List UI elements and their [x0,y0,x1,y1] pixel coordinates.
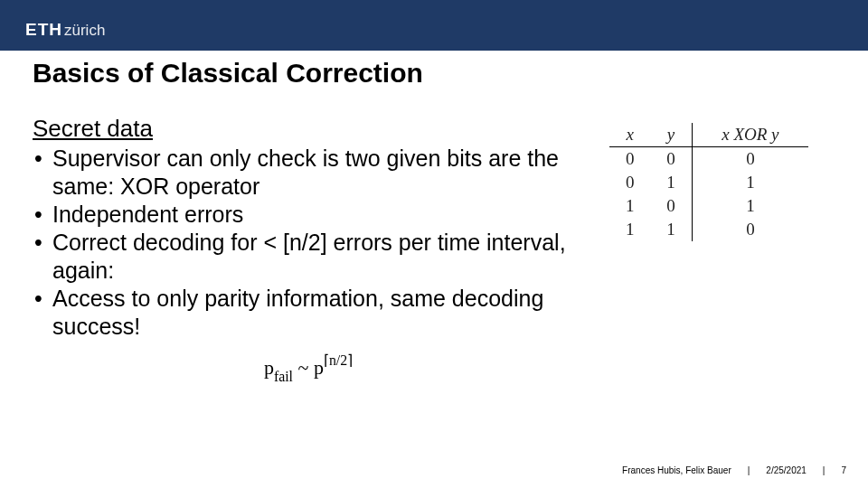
slide-footer: Frances Hubis, Felix Bauer | 2/25/2021 |… [622,465,846,475]
formula: pfail ~ p⌈n/2⌉ [33,353,584,383]
cell: 0 [650,194,692,218]
table-row: 0 1 1 [609,171,808,194]
col-x: x [609,123,650,147]
cell: 1 [692,194,808,218]
list-item: Correct decoding for < [n/2] errors per … [33,229,584,285]
logo-light: zürich [64,22,105,40]
eth-logo: ETH zürich [25,20,105,40]
cell: 0 [650,147,692,172]
cell: 0 [692,147,808,172]
bullet-list: Supervisor can only check is two given b… [33,145,584,341]
list-item: Access to only parity information, same … [33,285,584,341]
formula-exp: ⌈n/2⌉ [324,352,353,368]
table-row: 1 0 1 [609,194,808,218]
slide-title: Basics of Classical Correction [0,51,868,89]
formula-p2: p [314,357,324,380]
logo-bold: ETH [25,20,62,40]
cell: 0 [692,218,808,241]
footer-sep-2: | [823,465,826,475]
cell: 1 [692,171,808,194]
formula-tilde: ~ [293,357,314,380]
table-row: 1 1 0 [609,218,808,241]
cell: 1 [650,218,692,241]
cell: 1 [609,218,650,241]
xor-table: x y x XOR y 0 0 0 0 1 1 1 0 [609,123,808,241]
section-subhead: Secret data [33,114,584,143]
formula-sub: fail [274,369,293,384]
table-header-row: x y x XOR y [609,123,808,147]
footer-authors: Frances Hubis, Felix Bauer [622,465,731,475]
header-bar: ETH zürich [0,0,868,51]
cell: 1 [609,194,650,218]
text-column: Secret data Supervisor can only check is… [33,114,584,384]
xor-table-column: x y x XOR y 0 0 0 0 1 1 1 0 [609,114,808,241]
footer-date: 2/25/2021 [766,465,807,475]
col-y: y [650,123,692,147]
footer-page: 7 [841,465,846,475]
footer-sep-1: | [748,465,750,475]
cell: 0 [609,171,650,194]
content-wrap: Secret data Supervisor can only check is… [0,89,868,384]
cell: 1 [650,171,692,194]
list-item: Independent errors [33,201,584,229]
col-xor: x XOR y [692,123,808,147]
list-item: Supervisor can only check is two given b… [33,145,584,201]
formula-p: p [264,357,274,380]
cell: 0 [609,147,650,172]
table-row: 0 0 0 [609,147,808,172]
